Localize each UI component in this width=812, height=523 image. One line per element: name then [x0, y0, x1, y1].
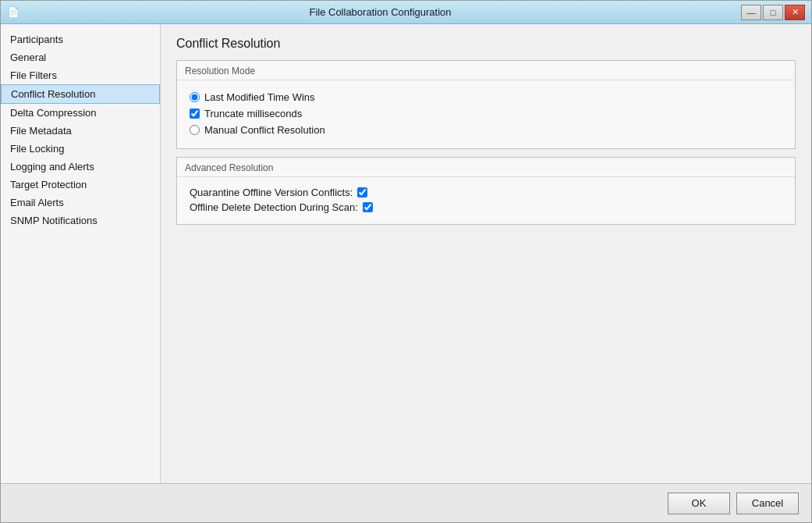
title-bar: 📄 File Collaboration Configuration — □ ✕ — [1, 1, 811, 24]
main-window: 📄 File Collaboration Configuration — □ ✕… — [0, 0, 812, 523]
manual-radio[interactable] — [190, 125, 200, 135]
page-title: Conflict Resolution — [176, 37, 796, 51]
advanced-resolution-content: Quarantine Offline Version Conflicts: Of… — [177, 177, 795, 224]
sidebar: Participants General File Filters Confli… — [1, 24, 161, 483]
last-modified-row: Last Modified Time Wins — [190, 91, 782, 103]
sidebar-item-general[interactable]: General — [1, 48, 160, 66]
sidebar-item-file-metadata[interactable]: File Metadata — [1, 122, 160, 140]
offline-delete-label: Offline Delete Detection During Scan: — [190, 201, 358, 213]
close-button[interactable]: ✕ — [785, 5, 805, 20]
truncate-row: Truncate milliseconds — [190, 108, 782, 119]
truncate-checkbox[interactable] — [190, 109, 200, 119]
sidebar-item-file-filters[interactable]: File Filters — [1, 66, 160, 84]
window-icon: 📄 — [7, 6, 20, 19]
resolution-mode-section: Resolution Mode Last Modified Time Wins … — [176, 60, 796, 149]
sidebar-item-snmp-notifications[interactable]: SNMP Notifications — [1, 212, 160, 229]
window-controls: — □ ✕ — [741, 5, 805, 20]
manual-label[interactable]: Manual Conflict Resolution — [204, 124, 325, 136]
truncate-label[interactable]: Truncate milliseconds — [204, 108, 302, 119]
quarantine-row: Quarantine Offline Version Conflicts: — [190, 187, 782, 198]
last-modified-radio[interactable] — [190, 92, 200, 102]
sidebar-item-target-protection[interactable]: Target Protection — [1, 176, 160, 194]
sidebar-item-participants[interactable]: Participants — [1, 30, 160, 48]
resolution-mode-label: Resolution Mode — [177, 61, 795, 80]
resolution-mode-content: Last Modified Time Wins Truncate millise… — [177, 80, 795, 148]
sidebar-item-delta-compression[interactable]: Delta Compression — [1, 104, 160, 122]
main-content: Participants General File Filters Confli… — [1, 24, 811, 483]
last-modified-label[interactable]: Last Modified Time Wins — [204, 91, 315, 103]
sidebar-item-file-locking[interactable]: File Locking — [1, 140, 160, 158]
window-title: File Collaboration Configuration — [20, 6, 741, 18]
minimize-button[interactable]: — — [741, 5, 761, 20]
ok-button[interactable]: OK — [668, 493, 730, 514]
manual-row: Manual Conflict Resolution — [190, 124, 782, 136]
bottom-bar: OK Cancel — [1, 483, 811, 522]
maximize-button[interactable]: □ — [763, 5, 783, 20]
sidebar-item-email-alerts[interactable]: Email Alerts — [1, 194, 160, 212]
quarantine-checkbox[interactable] — [357, 187, 367, 197]
advanced-resolution-section: Advanced Resolution Quarantine Offline V… — [176, 157, 796, 225]
content-area: Conflict Resolution Resolution Mode Last… — [161, 24, 811, 483]
sidebar-item-conflict-resolution[interactable]: Conflict Resolution — [1, 84, 160, 104]
offline-delete-checkbox[interactable] — [363, 202, 373, 212]
advanced-resolution-label: Advanced Resolution — [177, 158, 795, 177]
quarantine-label: Quarantine Offline Version Conflicts: — [190, 187, 353, 198]
sidebar-item-logging-alerts[interactable]: Logging and Alerts — [1, 158, 160, 176]
cancel-button[interactable]: Cancel — [736, 493, 799, 514]
offline-delete-row: Offline Delete Detection During Scan: — [190, 201, 782, 213]
